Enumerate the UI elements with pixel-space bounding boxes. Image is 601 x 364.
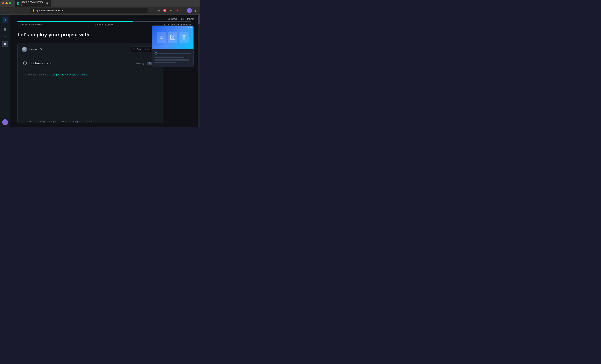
svg-rect-12 (183, 36, 185, 38)
configure-github-label: Configure the Netlify app on GitHub. (50, 73, 88, 76)
preview-dots (188, 27, 192, 28)
preview-card-1-icon (159, 35, 164, 40)
svg-point-5 (181, 18, 183, 20)
news-link[interactable]: News (168, 18, 178, 20)
repo-item[interactable]: doc.haramizu.com 10m ago Public › (22, 58, 159, 69)
tab-right-controls: ⌄ (196, 2, 198, 5)
grammarly-button[interactable]: G (162, 8, 168, 13)
account-avatar-image (22, 47, 27, 52)
dropdown-arrow-icon: ▾ (43, 48, 45, 50)
sidebar-item-sidebar-toggle[interactable] (2, 26, 8, 33)
scrollbar[interactable] (198, 15, 200, 127)
browser-menu-dots-button[interactable]: ⋮ (193, 8, 198, 13)
app-container: H News (0, 15, 200, 127)
preview-image (152, 26, 193, 49)
preview-github-icon (155, 52, 158, 55)
home-button[interactable]: ⌂ (23, 8, 28, 13)
svg-rect-1 (4, 28, 6, 29)
repo-section: haramizu3 ▾ Search your repos (18, 43, 163, 123)
repo-icon (22, 60, 28, 66)
preview-card-3-icon (181, 35, 187, 40)
team-label: H (4, 43, 6, 46)
tab-title: Create a new site from git | C (21, 1, 45, 6)
svg-point-7 (133, 48, 134, 50)
support-label: Support (185, 18, 194, 20)
toolbar-right: ☆ ⊞ G 1P ⬇ □ ⋮ (150, 8, 198, 13)
svg-rect-2 (4, 29, 6, 30)
minimize-window-button[interactable] (5, 2, 8, 4)
preview-card-2-icon (170, 35, 175, 40)
preview-skeleton-line-3 (155, 62, 176, 63)
footer-link-docs[interactable]: Docs (28, 120, 33, 123)
active-tab[interactable]: N Create a new site from git | C ✕ (15, 0, 51, 7)
extension2-button[interactable]: □ (181, 8, 186, 13)
account-name: haramizu3 (29, 48, 42, 51)
address-bar: ← → ↺ ⌂ 🔒 app.netlify.com/start/repos ☆ … (0, 7, 200, 15)
preview-content-area (152, 49, 193, 67)
preview-skeleton-line-1 (155, 57, 184, 58)
svg-marker-9 (160, 36, 163, 38)
support-link[interactable]: Support (181, 18, 194, 20)
footer-link-support[interactable]: Support (49, 120, 57, 123)
preview-skeleton-line-2 (155, 59, 189, 61)
missing-repo-text: Can't see your repo here? Configure the … (22, 73, 159, 76)
browser-profile-avatar[interactable] (187, 8, 192, 13)
svg-rect-3 (4, 30, 6, 30)
reload-button[interactable]: ↺ (16, 8, 21, 13)
main-content: News Support (10, 15, 198, 127)
footer-link-terms[interactable]: Terms (87, 120, 93, 123)
1password-button[interactable]: 1P (169, 8, 174, 13)
question-icon (181, 18, 184, 20)
preview-github-row (155, 52, 191, 55)
footer-link-blog[interactable]: Blog (62, 120, 66, 123)
pocket-button[interactable]: ⬇ (175, 8, 180, 13)
browser-menu-button[interactable]: ⌄ (196, 2, 198, 5)
tab-favicon: N (17, 2, 19, 5)
scroll-thumb[interactable] (198, 15, 200, 24)
github-icon (23, 61, 27, 66)
footer-link-pricing[interactable]: Pricing (38, 120, 45, 123)
repo-header: haramizu3 ▾ Search your repos (22, 47, 159, 55)
preview-ui-mockup (155, 30, 191, 45)
repo-time: 10m ago (136, 62, 145, 65)
progress-step3 (133, 21, 191, 22)
svg-rect-8 (160, 38, 163, 39)
preview-card-3 (180, 32, 189, 43)
progress-bar (18, 21, 191, 22)
new-tab-button[interactable]: + (52, 1, 56, 5)
maximize-window-button[interactable] (9, 2, 11, 4)
configure-github-link[interactable]: Configure the Netlify app on GitHub. (50, 73, 88, 76)
tab-close-button[interactable]: ✕ (46, 2, 48, 5)
title-bar: N Create a new site from git | C ✕ + ⌄ (0, 0, 200, 7)
sidebar-user-avatar[interactable] (2, 119, 8, 125)
svg-point-6 (182, 19, 182, 20)
bookmark-button[interactable]: ☆ (150, 8, 155, 13)
news-label: News (171, 18, 178, 20)
security-icon: 🔒 (32, 9, 35, 12)
repo-list: doc.haramizu.com 10m ago Public › (22, 58, 159, 69)
back-button[interactable]: ← (2, 8, 7, 13)
sidebar-item-search[interactable] (2, 33, 8, 40)
account-avatar (22, 47, 27, 52)
close-window-button[interactable] (2, 2, 4, 4)
netlify-logo[interactable] (2, 17, 8, 23)
progress-container: 1. Connect to Git provider 2. Select rep… (18, 21, 191, 26)
footer-link-changelog[interactable]: Changelog (71, 120, 82, 123)
preview-card-1 (157, 32, 166, 43)
account-selector[interactable]: haramizu3 ▾ (22, 47, 45, 52)
preview-card-2 (168, 32, 177, 43)
progress-step1 (18, 21, 75, 22)
progress-label-1: 1. Connect to Git provider (18, 23, 75, 26)
url-text: app.netlify.com/start/repos (36, 9, 63, 12)
url-bar[interactable]: 🔒 app.netlify.com/start/repos (30, 8, 148, 13)
progress-step2 (75, 21, 133, 22)
search-icon (133, 48, 135, 50)
footer: Docs Pricing Support Blog Changelog Term… (20, 117, 93, 124)
svg-point-4 (4, 36, 6, 37)
sidebar-item-team[interactable]: H (2, 41, 8, 47)
repo-name: doc.haramizu.com (30, 62, 136, 65)
forward-button[interactable]: → (9, 8, 14, 13)
extensions-button[interactable]: ⊞ (156, 8, 161, 13)
progress-label-2: 2. Select repository (75, 23, 133, 26)
bell-icon (168, 18, 170, 20)
